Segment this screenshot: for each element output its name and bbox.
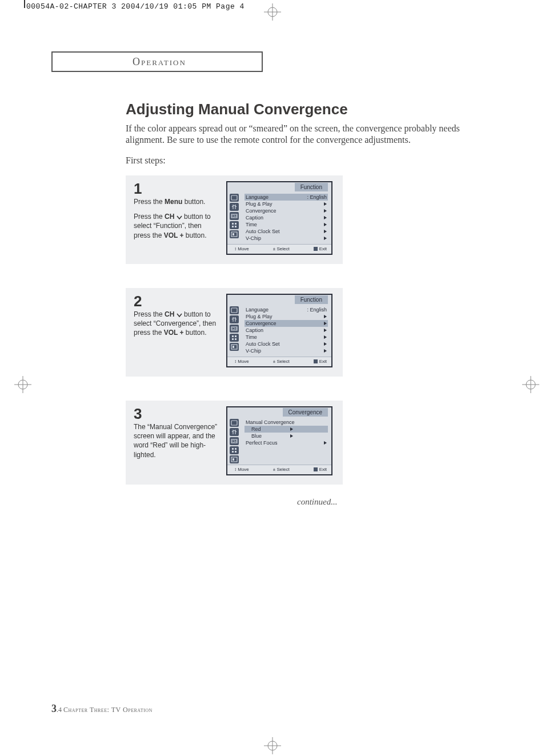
osd-footer-hint: ± Select xyxy=(273,359,290,364)
osd-category-icon[interactable] xyxy=(230,221,239,229)
step-number: 3 xyxy=(134,406,218,421)
step-block: 1Press the Menu button.Press the CH butt… xyxy=(126,175,343,264)
osd-panel: FunctionCHLanguage: EnglishPlug & PlayCo… xyxy=(226,294,332,367)
osd-category-icon[interactable]: CH xyxy=(230,437,239,445)
osd-row[interactable]: V-Chip xyxy=(245,347,328,354)
svg-point-6 xyxy=(526,380,535,389)
osd-footer-exit[interactable]: Exit xyxy=(314,467,327,472)
osd-title: Convergence xyxy=(283,408,328,417)
osd-row[interactable]: Time xyxy=(245,221,328,228)
osd-row[interactable]: Perfect Focus xyxy=(245,439,328,446)
exit-icon xyxy=(314,467,318,471)
osd-row[interactable]: Auto Clock Set xyxy=(245,228,328,235)
osd-category-icon[interactable] xyxy=(230,194,239,202)
svg-rect-33 xyxy=(232,448,234,450)
osd-category-icon[interactable]: CH xyxy=(230,325,239,333)
osd-footer-hint: ± Select xyxy=(273,246,290,251)
exit-icon xyxy=(314,247,318,251)
osd-footer-hint: ↕ Move xyxy=(234,467,249,472)
step-block: 3The “Manual Convergence” screen will ap… xyxy=(126,401,343,485)
arrow-right-icon xyxy=(324,216,327,219)
osd-footer-exit[interactable]: Exit xyxy=(314,246,327,251)
arrow-right-icon xyxy=(324,441,327,445)
print-slug: 00054A-02-CHAPTER 3 2004/10/19 01:05 PM … xyxy=(26,2,245,11)
svg-point-3 xyxy=(268,741,277,750)
arrow-right-icon xyxy=(324,202,327,206)
page-footer: 3.4 Chapter Three: TV Operation xyxy=(51,703,153,715)
osd-row[interactable]: Plug & Play xyxy=(245,201,328,207)
osd-panel: FunctionCHLanguage: EnglishPlug & PlayCo… xyxy=(226,181,332,255)
svg-rect-15 xyxy=(232,223,234,225)
arrow-right-icon xyxy=(324,342,327,346)
osd-row[interactable]: Time xyxy=(245,334,328,341)
arrow-right-icon xyxy=(324,322,327,325)
osd-category-icon[interactable] xyxy=(230,334,239,342)
svg-text:CH: CH xyxy=(232,214,237,218)
osd-title: Function xyxy=(295,183,328,191)
arrow-right-icon xyxy=(324,209,327,213)
osd-category-icon[interactable] xyxy=(230,343,239,351)
step-instruction: The “Manual Convergence” screen will app… xyxy=(134,422,218,459)
register-mark-bottom xyxy=(264,737,281,754)
svg-rect-12 xyxy=(231,195,237,200)
osd-footer-hint: ↕ Move xyxy=(234,359,249,364)
osd-footer-hint: ± Select xyxy=(273,467,290,472)
svg-rect-18 xyxy=(235,226,237,227)
step-number: 1 xyxy=(134,181,218,196)
arrow-right-icon xyxy=(290,427,293,431)
section-tab-label: Operation xyxy=(133,56,186,68)
footer-page-big: 3 xyxy=(51,703,57,714)
chevron-down-icon xyxy=(177,213,182,217)
arrow-right-icon xyxy=(324,349,327,353)
arrow-right-icon xyxy=(324,335,327,339)
svg-rect-34 xyxy=(235,448,237,450)
svg-rect-24 xyxy=(232,335,234,337)
osd-category-icon[interactable] xyxy=(230,230,239,238)
osd-row[interactable]: Auto Clock Set xyxy=(245,341,328,347)
osd-category-icon[interactable] xyxy=(230,446,239,454)
osd-row[interactable]: V-Chip xyxy=(245,235,328,242)
osd-row[interactable]: Language: English xyxy=(245,306,328,313)
osd-category-icon[interactable] xyxy=(230,315,239,323)
svg-rect-36 xyxy=(235,451,237,453)
osd-category-icon[interactable] xyxy=(230,428,239,436)
footer-page-small: .4 xyxy=(57,706,62,714)
osd-row[interactable]: Caption xyxy=(245,327,328,334)
osd-row[interactable]: Red xyxy=(245,426,328,433)
osd-category-icon[interactable] xyxy=(230,306,239,314)
svg-text:CH: CH xyxy=(232,327,237,330)
chevron-down-icon xyxy=(177,310,182,315)
osd-footer-exit[interactable]: Exit xyxy=(314,359,327,364)
first-steps-label: First steps: xyxy=(126,155,480,166)
svg-rect-26 xyxy=(232,338,234,340)
svg-rect-25 xyxy=(235,335,237,337)
step-number: 2 xyxy=(134,294,218,309)
osd-category-icon[interactable] xyxy=(230,203,239,211)
arrow-right-icon xyxy=(324,230,327,233)
svg-rect-30 xyxy=(231,421,237,425)
continued-label: continued... xyxy=(297,497,480,507)
step-instruction: Press the CH button to select “Convergen… xyxy=(134,310,218,338)
arrow-right-icon xyxy=(324,329,327,332)
svg-point-0 xyxy=(268,7,277,17)
section-tab: Operation xyxy=(51,51,263,72)
arrow-right-icon xyxy=(324,315,327,318)
svg-rect-38 xyxy=(233,458,234,461)
osd-row[interactable]: Caption xyxy=(245,214,328,221)
osd-row[interactable]: Convergence xyxy=(245,320,328,327)
register-mark-right xyxy=(522,376,539,393)
osd-row[interactable]: Plug & Play xyxy=(245,313,328,320)
osd-row[interactable]: Convergence xyxy=(245,207,328,214)
osd-category-icon[interactable]: CH xyxy=(230,212,239,220)
svg-rect-16 xyxy=(235,223,237,225)
register-mark-top xyxy=(264,3,281,21)
osd-row[interactable]: Blue xyxy=(245,433,328,439)
svg-rect-27 xyxy=(235,338,237,340)
osd-category-icon[interactable] xyxy=(230,455,239,463)
osd-title: Function xyxy=(295,295,328,304)
register-mark-left xyxy=(14,376,31,393)
osd-category-icon[interactable] xyxy=(230,419,239,427)
svg-rect-29 xyxy=(233,346,234,348)
osd-row[interactable]: Language: English xyxy=(245,194,328,201)
osd-panel: ConvergenceCHManual ConvergenceRedBluePe… xyxy=(226,406,332,475)
